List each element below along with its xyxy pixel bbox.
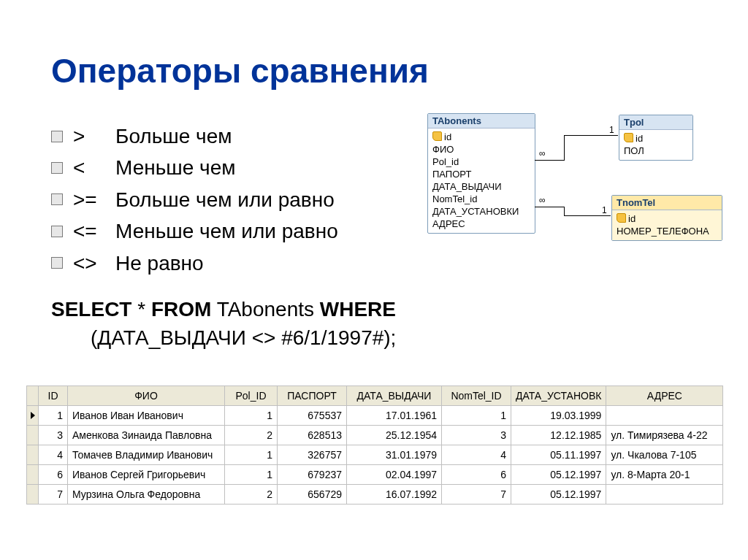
col-header: ПАСПОРТ bbox=[278, 386, 347, 406]
operator-desc: Больше чем bbox=[115, 120, 232, 152]
table-box-title: Tpol bbox=[619, 115, 692, 130]
table-box-tpol: Tpol id ПОЛ bbox=[619, 115, 693, 161]
bullet-item: > Больше чем bbox=[51, 120, 460, 152]
operator-desc: Больше чем или равно bbox=[115, 184, 335, 215]
col-header: ID bbox=[39, 386, 68, 406]
cardinality-many: ∞ bbox=[538, 195, 546, 205]
table-row: 3 Аменкова Зинаида Павловна 2 628513 25.… bbox=[27, 426, 723, 445]
bullet-item: < Меньше чем bbox=[51, 152, 460, 183]
relation-line bbox=[564, 215, 611, 216]
col-header: АДРЕС bbox=[606, 386, 723, 406]
operator-desc: Меньше чем bbox=[115, 152, 236, 183]
sql-condition: (ДАТА_ВЫДАЧИ <> #6/1/1997#); bbox=[51, 323, 396, 352]
col-header: NomTel_ID bbox=[442, 386, 511, 406]
cardinality-one: 1 bbox=[601, 205, 608, 215]
sql-text: * bbox=[131, 298, 150, 321]
bullet-marker-icon bbox=[51, 226, 63, 237]
operator-symbol: >= bbox=[73, 184, 115, 215]
table-row: 7 Мурзина Ольга Федоровна 2 656729 16.07… bbox=[27, 485, 723, 505]
slide: Операторы сравнения > Больше чем < Меньш… bbox=[0, 0, 748, 560]
col-header: Pol_ID bbox=[225, 386, 278, 406]
result-table: ID ФИО Pol_ID ПАСПОРТ ДАТА_ВЫДАЧИ NomTel… bbox=[26, 386, 723, 505]
table-header-row: ID ФИО Pol_ID ПАСПОРТ ДАТА_ВЫДАЧИ NomTel… bbox=[27, 386, 723, 406]
page-title: Операторы сравнения bbox=[51, 51, 429, 91]
table-box-fields: id ПОЛ bbox=[619, 130, 692, 160]
table-box-tnomtel: TnomTel id НОМЕР_ТЕЛЕФОНА bbox=[611, 195, 722, 241]
table-box-title: TAbonents bbox=[428, 114, 535, 129]
sql-keyword-select: SELECT bbox=[51, 298, 131, 321]
relationship-diagram: TAbonents id ФИО Pol_id ПАПОРТ ДАТА_ВЫДА… bbox=[427, 113, 728, 281]
sql-statement: SELECT * FROM TAbonents WHERE (ДАТА_ВЫДА… bbox=[51, 295, 396, 352]
table-box-fields: id НОМЕР_ТЕЛЕФОНА bbox=[612, 210, 722, 240]
triangle-icon bbox=[31, 412, 35, 419]
bullet-item: >= Больше чем или равно bbox=[51, 184, 460, 215]
bullet-item: <> Не равно bbox=[51, 248, 460, 279]
col-header: ДАТА_УСТАНОВК bbox=[511, 386, 606, 406]
result-table-container: ID ФИО Pol_ID ПАСПОРТ ДАТА_ВЫДАЧИ NomTel… bbox=[26, 386, 723, 505]
relation-line bbox=[535, 160, 564, 161]
relation-line bbox=[564, 135, 565, 161]
operator-desc: Не равно bbox=[115, 248, 204, 279]
bullet-marker-icon bbox=[51, 257, 63, 269]
bullet-list: > Больше чем < Меньше чем >= Больше чем … bbox=[51, 120, 460, 279]
table-row: 6 Иванов Сергей Григорьевич 1 679237 02.… bbox=[27, 465, 723, 485]
col-header: ФИО bbox=[68, 386, 225, 406]
bullet-marker-icon bbox=[51, 131, 63, 142]
table-box-fields: id ФИО Pol_id ПАПОРТ ДАТА_ВЫДАЧИ NomTel_… bbox=[428, 129, 535, 233]
cardinality-one: 1 bbox=[608, 125, 615, 135]
sql-keyword-from: FROM bbox=[151, 298, 211, 321]
current-row-marker bbox=[27, 406, 39, 426]
table-row: 1 Иванов Иван Иванович 1 675537 17.01.19… bbox=[27, 406, 723, 426]
sql-text: TAbonents bbox=[211, 298, 319, 321]
table-box-title: TnomTel bbox=[612, 196, 722, 210]
operator-symbol: <= bbox=[73, 215, 115, 247]
key-icon bbox=[617, 213, 626, 223]
bullet-marker-icon bbox=[51, 162, 63, 174]
row-marker-header bbox=[27, 386, 39, 406]
table-row: 4 Томачев Владимир Иванович 1 326757 31.… bbox=[27, 445, 723, 465]
key-icon bbox=[432, 131, 442, 141]
sql-keyword-where: WHERE bbox=[320, 298, 396, 321]
operator-symbol: < bbox=[73, 152, 115, 183]
cardinality-many: ∞ bbox=[538, 148, 546, 158]
operator-symbol: > bbox=[73, 120, 115, 152]
operator-symbol: <> bbox=[73, 248, 115, 279]
relation-line bbox=[535, 207, 564, 207]
bullet-item: <= Меньше чем или равно bbox=[51, 215, 460, 247]
relation-line bbox=[564, 207, 565, 215]
key-icon bbox=[624, 133, 633, 142]
bullet-marker-icon bbox=[51, 193, 63, 205]
relation-line bbox=[564, 135, 618, 136]
col-header: ДАТА_ВЫДАЧИ bbox=[347, 386, 442, 406]
operator-desc: Меньше чем или равно bbox=[115, 215, 338, 247]
table-box-tabonents: TAbonents id ФИО Pol_id ПАПОРТ ДАТА_ВЫДА… bbox=[427, 113, 535, 234]
